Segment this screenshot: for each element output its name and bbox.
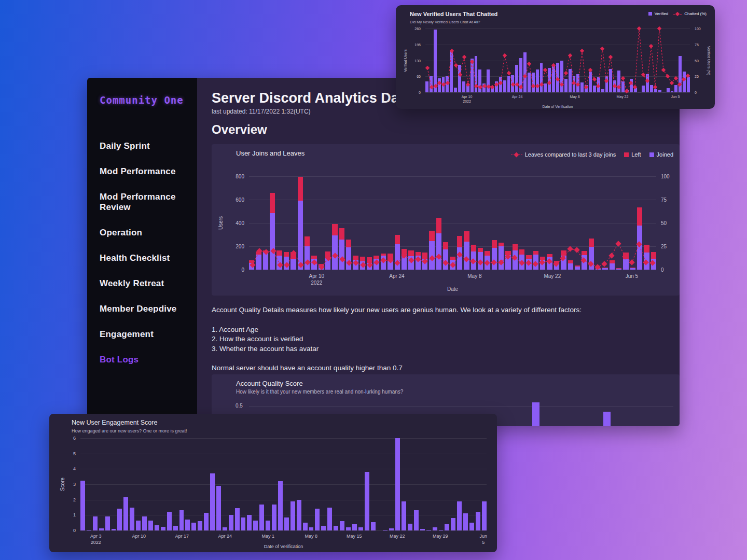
bar [327,438,332,530]
bar [340,438,344,530]
y-tick-label: 0 [73,528,76,533]
bar [266,438,270,530]
bar [155,438,159,530]
section-title: Overview [212,122,267,137]
bar [352,438,357,530]
bar [290,438,295,530]
sidebar-item-operation[interactable]: Operation [100,228,197,238]
y-tick-label: 5 [73,451,76,456]
legend-item-chatted-[interactable]: Chatted (%) [673,11,707,16]
chart-title: New User Engagement Score [72,419,157,426]
bar [247,438,252,530]
legend-diamond-icon [511,152,522,157]
legend-square-icon [648,12,652,16]
bar [130,438,134,530]
user-joins-leaves-card: User Joins and Leaves Leaves compared to… [212,144,680,296]
bar [229,438,233,530]
x-tick-label: Apr 24 [389,270,404,279]
y-tick-label: 600 [236,197,244,203]
bar [112,438,116,530]
y-tick-label: 75 [695,43,699,46]
chart-legend: VerifiedChatted (%) [648,11,707,16]
y-axis-label-left: Verified Users [404,49,407,72]
dashboard-content: Server Discord Analytics Dashboard last … [197,78,680,426]
sidebar: Community One Daily SprintMod Performanc… [87,78,197,426]
y-axis-label-left: Users [218,216,224,230]
community-logo: Community One [100,94,197,106]
sidebar-item-daily-sprint[interactable]: Daily Sprint [100,141,197,151]
legend-square-icon [624,152,629,157]
y-axis-right: 1007550250 [656,176,676,270]
sidebar-item-bot-logs[interactable]: Bot Logs [100,355,197,365]
legend-item-joined[interactable]: Joined [649,151,673,158]
gridline [249,270,656,270]
y-tick-label: 100 [661,174,670,179]
bar [469,438,474,530]
sidebar-item-mod-performance[interactable]: Mod Performance [100,166,197,177]
x-tick-label: May 8 [467,270,481,279]
account-quality-factor: 3. Whether the account has avatar [212,345,658,353]
account-quality-factor: 2. How the account is verified [212,335,658,343]
bar [223,438,227,530]
gridline [425,92,690,93]
bar [321,438,326,530]
x-tick-label: Apr 102022 [309,270,324,286]
x-tick-label: Apr 24 [512,92,523,99]
x-axis-label: Date of Verification [543,105,573,108]
legend-diamond-icon [673,12,682,16]
bar [117,438,122,530]
y-tick-label: 0 [661,267,664,273]
x-tick-label: May 29 [433,530,448,540]
sidebar-item-mod-performance-review[interactable]: Mod Performance Review [100,192,197,213]
bar [334,438,338,530]
x-tick-label: May 1 [261,530,274,540]
bar [414,438,419,530]
bar [445,438,449,530]
y-tick-label: 65 [417,75,421,78]
bar [185,438,190,530]
y-tick-label: 25 [661,244,667,249]
bar [87,438,91,530]
legend-label: Left [631,151,641,158]
bar [315,438,320,530]
bar [303,438,308,530]
bar [297,438,301,530]
bar [253,438,258,530]
x-tick-label: Jun 5 [626,270,638,279]
y-tick-label: 800 [236,174,244,179]
chart-title: User Joins and Leaves [236,149,305,157]
sidebar-nav: Daily SprintMod PerformanceMod Performan… [100,141,197,365]
y-tick-label: 4 [73,466,76,471]
sidebar-item-weekly-retreat[interactable]: Weekly Retreat [100,278,197,289]
bar [161,438,165,530]
y-tick-label: 0 [241,267,244,273]
y-tick-label: 50 [695,59,699,62]
chart-title: New Verified Users That Chatted [410,11,497,17]
bar [136,438,141,530]
legend-item-leaves-compared-to-last-3-day-joins[interactable]: Leaves compared to last 3 day joins [511,151,616,158]
bar [80,438,85,530]
legend-item-verified[interactable]: Verified [648,11,669,16]
main-dashboard-panel: Community One Daily SprintMod Performanc… [87,78,680,426]
legend-label: Leaves compared to last 3 day joins [525,151,616,158]
legend-label: Verified [655,11,669,16]
y-axis-left: 260195130650 [406,29,425,92]
bar [309,438,314,530]
bar [365,438,369,530]
sidebar-item-member-deepdive[interactable]: Member Deepdive [100,304,197,314]
sidebar-item-health-checklist[interactable]: Health Checklist [100,253,197,263]
bar [389,438,394,530]
legend-item-left[interactable]: Left [624,151,641,158]
y-tick-label: 50 [661,220,667,226]
x-tick-label: May 15 [347,530,362,540]
bar [204,438,209,530]
bar [395,438,400,530]
bar [179,438,184,530]
bar [198,438,202,530]
bar [142,438,147,530]
sidebar-item-engagement[interactable]: Engagement [100,329,197,340]
bar [284,438,289,530]
chart-subtitle: Did My Newly Verified Users Chat At All? [410,20,480,24]
bar [383,438,388,530]
y-tick-label: 1 [73,512,76,517]
